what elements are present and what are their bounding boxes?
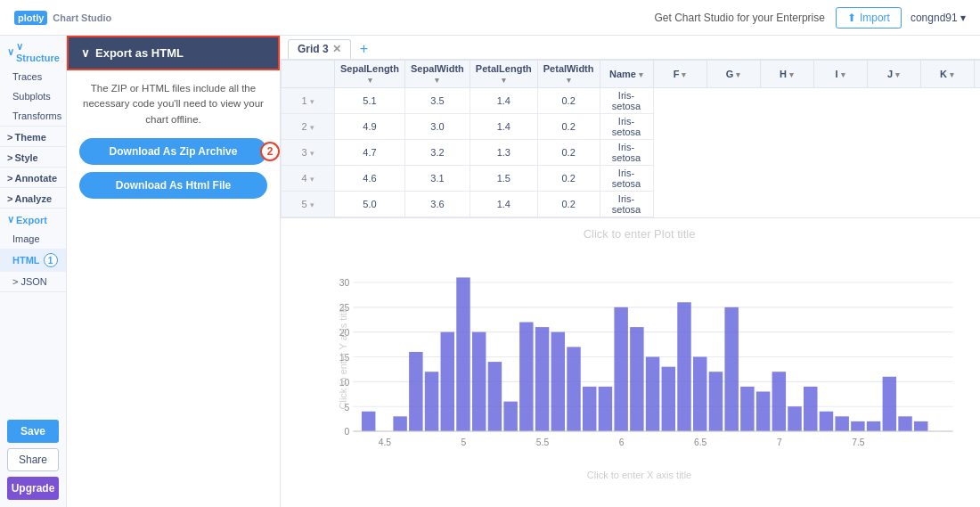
sidebar-item-html[interactable]: HTML 1	[0, 249, 66, 272]
chevron-down-icon: ∨	[7, 46, 14, 58]
col-header-g[interactable]: G ▾	[706, 61, 760, 88]
cell[interactable]: 5.0	[335, 192, 405, 217]
svg-rect-29	[614, 307, 627, 431]
export-section: ∨ Export Image HTML 1 > JSON	[0, 209, 66, 292]
row-number: 3 ▾	[282, 140, 335, 166]
grid-scroll[interactable]: SepalLength ▾ SepalWidth ▾ PetalLength ▾…	[281, 60, 980, 217]
cell[interactable]: 0.2	[537, 166, 600, 192]
svg-text:0: 0	[345, 426, 350, 437]
col-header-i[interactable]: I ▾	[813, 61, 867, 88]
col-header-petal-width[interactable]: PetalWidth ▾	[537, 61, 600, 88]
theme-group[interactable]: > Theme	[0, 127, 66, 146]
cell[interactable]: 1.4	[470, 192, 537, 217]
col-header-petal-length[interactable]: PetalLength ▾	[470, 61, 537, 88]
svg-rect-28	[599, 387, 612, 431]
svg-rect-19	[456, 277, 470, 431]
cell[interactable]: 4.9	[335, 114, 405, 140]
cell[interactable]: 0.2	[537, 140, 600, 166]
col-header-sepal-width[interactable]: SepalWidth ▾	[405, 61, 470, 88]
download-zip-button[interactable]: Download As Zip Archive	[79, 138, 267, 165]
col-header-j[interactable]: J ▾	[867, 61, 920, 88]
html-badge: 1	[44, 253, 58, 267]
col-header-h[interactable]: H ▾	[760, 61, 813, 88]
tab-close-icon[interactable]: ✕	[332, 43, 341, 55]
cell[interactable]: 0.2	[537, 192, 600, 217]
row-number: 2 ▾	[282, 114, 335, 140]
cell[interactable]: 4.7	[335, 140, 405, 166]
chevron-down-icon-export: ∨	[7, 214, 14, 225]
import-button[interactable]: ⬆ Import	[836, 7, 902, 29]
zip-badge: 2	[260, 142, 280, 161]
export-group[interactable]: ∨ Export	[0, 209, 66, 229]
sidebar-item-json[interactable]: > JSON	[0, 272, 66, 291]
col-header-name[interactable]: Name ▾	[600, 61, 653, 88]
chart-area: Click to enter Plot title Click to enter…	[281, 218, 980, 507]
sidebar-item-transforms[interactable]: Transforms	[0, 106, 66, 126]
plotly-logo: plotly Chart Studio	[14, 11, 111, 25]
cell[interactable]: 1.4	[470, 88, 537, 114]
topbar-left: plotly Chart Studio	[14, 11, 655, 25]
structure-group[interactable]: ∨ ∨ Structure	[0, 36, 66, 67]
cell[interactable]: Iris-setosa	[600, 114, 653, 140]
download-html-button[interactable]: Download As Html File	[79, 172, 267, 199]
chart-title-placeholder[interactable]: Click to enter Plot title	[584, 227, 696, 241]
svg-rect-38	[756, 391, 770, 431]
row-number: 4 ▾	[282, 166, 335, 192]
annotate-group[interactable]: > Annotate	[0, 168, 66, 187]
cell[interactable]: Iris-setosa	[600, 166, 653, 192]
col-header-f[interactable]: F ▾	[653, 61, 706, 88]
cell[interactable]: Iris-setosa	[600, 140, 653, 166]
chevron-right-icon-analyze: >	[7, 193, 12, 204]
row-number: 1 ▾	[282, 88, 335, 114]
cell[interactable]: 3.0	[405, 114, 470, 140]
grid-table: SepalLength ▾ SepalWidth ▾ PetalLength ▾…	[281, 60, 980, 217]
y-axis-label[interactable]: Click to enter Y axis title	[338, 305, 348, 409]
cell[interactable]: Iris-setosa	[600, 88, 653, 114]
table-row: 5 ▾5.03.61.40.2Iris-setosa	[282, 192, 981, 217]
svg-rect-21	[488, 362, 502, 431]
cell[interactable]: 3.5	[405, 88, 470, 114]
cell[interactable]: Iris-setosa	[600, 192, 653, 217]
analyze-group[interactable]: > Analyze	[0, 188, 66, 208]
grid-tab[interactable]: Grid 3 ✕	[288, 39, 351, 59]
grid-tabs: Grid 3 ✕ +	[281, 36, 980, 60]
import-label: Import	[860, 12, 890, 24]
col-header-sepal-length[interactable]: SepalLength ▾	[335, 61, 405, 88]
svg-rect-27	[583, 387, 596, 431]
svg-rect-46	[883, 377, 896, 431]
cell[interactable]: 0.2	[537, 88, 600, 114]
x-axis-label[interactable]: Click to enter X axis title	[587, 470, 691, 480]
panel-header: ∨ Export as HTML	[67, 36, 280, 70]
cell[interactable]: 4.6	[335, 166, 405, 192]
grid-area: Grid 3 ✕ + SepalLength ▾ SepalWidth ▾ Pe…	[281, 36, 980, 218]
svg-rect-20	[472, 332, 486, 431]
user-label[interactable]: congnd91 ▾	[911, 12, 966, 24]
svg-text:5.5: 5.5	[536, 436, 549, 446]
cell[interactable]: 3.6	[405, 192, 470, 217]
style-group[interactable]: > Style	[0, 147, 66, 167]
save-button[interactable]: Save	[7, 420, 59, 443]
svg-text:30: 30	[339, 277, 350, 288]
cell[interactable]: 1.4	[470, 114, 537, 140]
tab-add-button[interactable]: +	[355, 39, 373, 59]
svg-rect-43	[835, 416, 848, 431]
svg-text:6.5: 6.5	[694, 436, 706, 446]
cell[interactable]: 3.2	[405, 140, 470, 166]
sidebar-item-subplots[interactable]: Subplots	[0, 86, 66, 106]
cell[interactable]: 3.1	[405, 166, 470, 192]
svg-rect-30	[630, 327, 643, 431]
cell[interactable]: 0.2	[537, 114, 600, 140]
sidebar-item-image[interactable]: Image	[0, 229, 66, 249]
sidebar-item-traces[interactable]: Traces	[0, 67, 66, 86]
style-section: > Style	[0, 147, 66, 168]
export-panel: ∨ Export as HTML The ZIP or HTML files i…	[67, 36, 281, 507]
share-button[interactable]: Share	[7, 448, 59, 471]
cell[interactable]: 1.5	[470, 166, 537, 192]
cell[interactable]: 5.1	[335, 88, 405, 114]
col-header-k[interactable]: K ▾	[920, 61, 974, 88]
cell[interactable]: 1.3	[470, 140, 537, 166]
svg-text:4.5: 4.5	[379, 436, 391, 446]
col-header-l[interactable]: L ▾	[974, 61, 980, 88]
upgrade-button[interactable]: Upgrade	[7, 477, 59, 500]
svg-text:5: 5	[461, 436, 467, 446]
